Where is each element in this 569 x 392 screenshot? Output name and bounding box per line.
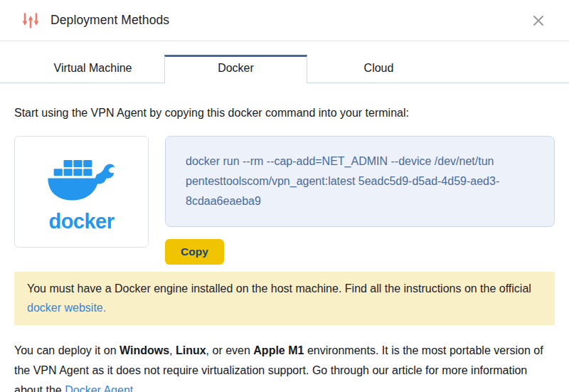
vertical-arrows-icon <box>21 11 40 30</box>
footer-bold-linux: Linux <box>176 344 206 356</box>
tab-bar: Virtual Machine Docker Cloud <box>0 55 569 83</box>
close-button[interactable] <box>529 11 548 30</box>
tab-panel-docker: Start using the VPN Agent by copying thi… <box>0 107 569 392</box>
warning-text: You must have a Docker engine installed … <box>27 282 531 295</box>
instruction-text: Start using the VPN Agent by copying thi… <box>14 107 555 120</box>
footer-text: , <box>169 344 176 356</box>
docker-whale-icon <box>42 152 122 211</box>
docker-website-link[interactable]: docker website. <box>27 302 106 314</box>
footer-bold-apple-m1: Apple M1 <box>253 344 304 356</box>
tab-virtual-machine[interactable]: Virtual Machine <box>21 55 164 83</box>
footer-text: , or even <box>206 344 254 356</box>
copy-button[interactable]: Copy <box>165 239 224 265</box>
docker-logo-card: docker <box>14 136 149 248</box>
docker-agent-link[interactable]: Docker Agent. <box>65 384 137 392</box>
tab-docker[interactable]: Docker <box>164 55 307 83</box>
footer-bold-windows: Windows <box>119 344 169 356</box>
tab-cloud[interactable]: Cloud <box>307 55 450 83</box>
close-icon <box>531 14 546 28</box>
command-row: docker docker run --rm --cap-add=NET_ADM… <box>14 136 555 265</box>
tab-spacer <box>0 55 21 83</box>
deployment-methods-modal: Deployment Methods Virtual Machine Docke… <box>0 0 569 392</box>
modal-header: Deployment Methods <box>0 0 569 41</box>
page-title: Deployment Methods <box>50 13 169 28</box>
footer-text: You can deploy it on <box>14 344 119 356</box>
docker-command-box[interactable]: docker run --rm --cap-add=NET_ADMIN --de… <box>165 136 555 227</box>
command-column: docker run --rm --cap-add=NET_ADMIN --de… <box>165 136 555 265</box>
warning-banner: You must have a Docker engine installed … <box>14 272 555 325</box>
footer-paragraph: You can deploy it on Windows, Linux, or … <box>14 341 555 392</box>
docker-wordmark: docker <box>48 211 114 232</box>
